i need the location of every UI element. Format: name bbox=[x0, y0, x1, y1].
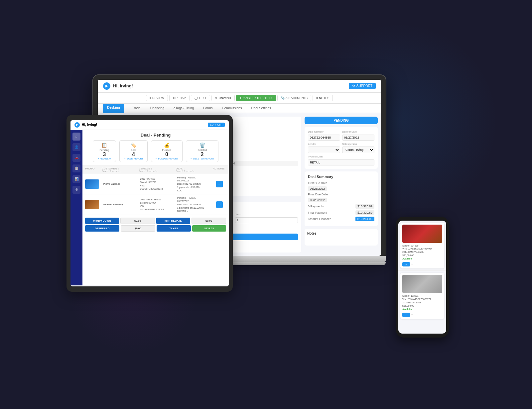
final-due-date-row: Final Due Date bbox=[308, 193, 374, 196]
tab-desking[interactable]: Desking bbox=[103, 104, 124, 113]
phone-card1-action-button[interactable]: → bbox=[402, 262, 410, 266]
row2-action-button[interactable]: → bbox=[216, 201, 223, 208]
mfr-rebate-value[interactable]: $0.00 bbox=[192, 218, 226, 224]
final-due-date-value-row: 06/26/2022 bbox=[308, 198, 374, 202]
sold-report-action[interactable]: → SOLD REPORT bbox=[124, 157, 143, 160]
deal-number-row: Deal Number Date of Sale bbox=[308, 130, 374, 141]
notes-panel: Notes bbox=[305, 229, 378, 246]
amount-financed-row: Amount Financed $10,261.03 bbox=[308, 217, 374, 221]
unwind-icon: ↺ bbox=[215, 96, 218, 100]
tab-etags[interactable]: eTags / Titling bbox=[172, 104, 195, 113]
deferred-value[interactable]: $0.00 bbox=[121, 225, 156, 232]
phone-card-1: Stock#: 234895 VIN: 1GKS1KGE0ER034084 20… bbox=[400, 223, 444, 269]
text-button[interactable]: ◯ TEXT bbox=[191, 95, 210, 101]
phone-divider bbox=[398, 270, 446, 271]
phone-screen: Stock#: 234895 VIN: 1GKS1KGE0ER034084 20… bbox=[398, 221, 446, 334]
col-actions: ACTIONS bbox=[213, 167, 226, 172]
transfer-to-sold-button[interactable]: TRANSFER TO SOLD > bbox=[236, 95, 276, 101]
payments-count-row: 0 Payments $10,320.89 bbox=[308, 204, 374, 209]
table-row: Pierre Laplace 2012 FIAT 500 Stock#: 381… bbox=[82, 174, 229, 195]
tablet-main-content: Deal - Pending 📋 Pending 3 + ADD NEW 🏷️ bbox=[82, 130, 229, 285]
row2-vehicle: 2011 Nissan Sentra Stock#: 634084 VIN: 3… bbox=[139, 198, 176, 211]
support-icon: ⚙ bbox=[352, 84, 355, 88]
first-due-date-value-row: 06/26/2022 bbox=[308, 186, 374, 191]
lender-field: Lender bbox=[308, 143, 340, 153]
salesperson-select[interactable]: Ceron , Irving bbox=[342, 147, 374, 153]
col-photo: PHOTO bbox=[85, 167, 102, 172]
status-card-deleted: 🗑️ Deleted 2 → DELETED REPORT bbox=[186, 140, 218, 162]
text-icon: ◯ bbox=[195, 96, 198, 100]
status-card-funded: 💰 Funded 0 → FUNDED REPORT bbox=[151, 140, 183, 162]
funded-report-action[interactable]: → FUNDED REPORT bbox=[155, 157, 178, 160]
type-of-deal-field: Type of Deal bbox=[308, 155, 374, 165]
review-button[interactable]: ≡ REVIEW bbox=[146, 95, 168, 101]
recap-button[interactable]: ≡ RECAP bbox=[169, 95, 190, 101]
tab-financing[interactable]: Financing bbox=[149, 104, 166, 113]
deleted-report-action[interactable]: → DELETED REPORT bbox=[190, 157, 214, 160]
tab-forms[interactable]: Forms bbox=[202, 104, 214, 113]
mfr-rebate-button[interactable]: MFR REBATE bbox=[156, 218, 190, 224]
notes-button[interactable]: ≡ NOTES bbox=[313, 95, 333, 101]
term-field: Term bbox=[235, 213, 298, 223]
taxes-value[interactable]: $738.03 bbox=[192, 225, 226, 232]
deal-number-field: Deal Number bbox=[308, 130, 340, 141]
sidebar-deal-icon[interactable]: 📋 bbox=[72, 164, 80, 172]
first-due-date-row: First Due Date bbox=[308, 181, 374, 185]
phone-device: Stock#: 234895 VIN: 1GKS1KGE0ER034084 20… bbox=[396, 217, 449, 338]
row2-action: → bbox=[213, 201, 226, 208]
notes-icon: ≡ bbox=[316, 96, 318, 100]
sold-icon: 🏷️ bbox=[124, 143, 143, 148]
money-down-button[interactable]: MoNey DOWN bbox=[85, 218, 119, 224]
phone-card2-action-button[interactable]: → bbox=[402, 313, 410, 317]
sidebar-home-icon[interactable]: ⌂ bbox=[72, 133, 80, 141]
deferred-button[interactable]: DEFERRED bbox=[85, 225, 119, 232]
status-cards: 📋 Pending 3 + ADD NEW 🏷️ Sold 4 → SOLD R… bbox=[82, 140, 229, 165]
sidebar-graph-icon[interactable]: 📊 bbox=[72, 175, 80, 183]
sidebar-car-icon[interactable]: 🚗 bbox=[72, 154, 80, 162]
greeting: ▶ Hi, Irving! bbox=[103, 82, 133, 90]
review-icon: ≡ bbox=[150, 96, 151, 100]
toolbar: ≡ REVIEW ≡ RECAP ◯ TEXT ↺ bbox=[98, 93, 381, 104]
status-card-sold: 🏷️ Sold 4 → SOLD REPORT bbox=[119, 140, 148, 162]
table-row: Michael Faraday 2011 Nissan Sentra Stock… bbox=[82, 194, 229, 215]
deleted-icon: 🗑️ bbox=[190, 143, 214, 148]
tablet-sidebar: ⌂ 👤 🚗 📋 📊 ⚙ bbox=[70, 130, 82, 285]
deal-summary-panel: Deal Summary First Due Date 06/26/2022 F… bbox=[305, 171, 378, 226]
row1-photo bbox=[85, 179, 102, 189]
app-header: ▶ Hi, Irving! ⚙ SUPPORT bbox=[98, 80, 381, 93]
money-down-value[interactable]: $0.00 bbox=[120, 218, 155, 224]
tab-trade[interactable]: Trade bbox=[131, 104, 142, 113]
support-button[interactable]: ⚙ SUPPORT bbox=[349, 83, 376, 89]
row1-customer: Pierre Laplace bbox=[102, 182, 139, 185]
sidebar-user-icon[interactable]: 👤 bbox=[72, 143, 80, 151]
sidebar-settings-icon[interactable]: ⚙ bbox=[72, 186, 80, 194]
pending-icon: 📋 bbox=[97, 143, 112, 148]
attachments-button[interactable]: 📎 ATTACHMENTS bbox=[277, 95, 311, 101]
attachments-icon: 📎 bbox=[281, 96, 285, 100]
nav-tabs: Desking Trade Financing eTags / Titling … bbox=[98, 104, 381, 113]
tablet-device: ▶ Hi, Irving! SUPPORT ⌂ 👤 🚗 📋 📊 ⚙ bbox=[66, 115, 233, 292]
add-new-action[interactable]: + ADD NEW bbox=[97, 157, 112, 160]
phone-car-image-1 bbox=[402, 225, 442, 243]
deal-fields-panel: Deal Number Date of Sale bbox=[305, 127, 378, 169]
deal-summary-title: Deal Summary bbox=[308, 175, 374, 179]
deal-number-input[interactable] bbox=[308, 135, 340, 141]
tablet-header: ▶ Hi, Irving! SUPPORT bbox=[70, 120, 229, 130]
row1-action-button[interactable]: → bbox=[216, 181, 223, 187]
lender-select[interactable] bbox=[308, 147, 340, 153]
term-input[interactable] bbox=[235, 217, 298, 223]
salesperson-field: Salesperson Ceron , Irving bbox=[342, 143, 374, 153]
unwind-button[interactable]: ↺ UNWIND bbox=[211, 95, 235, 101]
phone-car-image-2 bbox=[402, 275, 442, 293]
date-of-sale-input[interactable] bbox=[342, 135, 374, 141]
deal-status-badge: PENDING bbox=[305, 117, 378, 124]
type-of-deal-input[interactable] bbox=[308, 159, 374, 165]
deal-panel: PENDING Deal Number Date of Sale bbox=[305, 117, 378, 253]
phone-card-2: Stock#: 113271 VIN: 2B3KA43G07E075777 20… bbox=[400, 273, 444, 319]
tablet-greeting-icon: ▶ bbox=[74, 122, 80, 128]
tab-commissions[interactable]: Commissions bbox=[221, 104, 243, 113]
tab-deal-settings[interactable]: Deal Settings bbox=[250, 104, 272, 113]
tablet-deal-title: Deal - Pending bbox=[82, 130, 229, 140]
tablet-support-badge[interactable]: SUPPORT bbox=[208, 123, 225, 127]
taxes-button[interactable]: TAXES bbox=[157, 225, 191, 232]
